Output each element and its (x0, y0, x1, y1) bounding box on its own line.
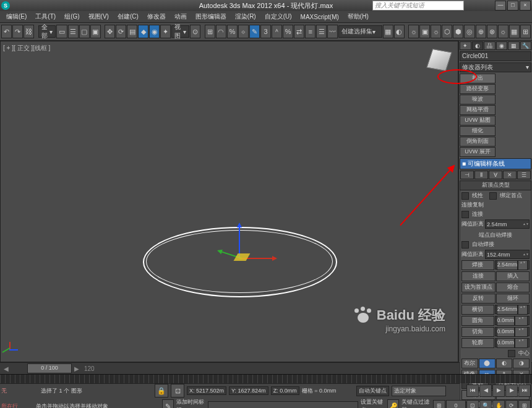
setkey-button[interactable]: 设置关键点 (361, 398, 385, 408)
mod-meshsmooth-button[interactable]: 网格平滑 (460, 105, 496, 115)
remove-mod-button[interactable]: ✕ (503, 171, 517, 179)
time-slider-knob[interactable]: 0 / 100 (27, 363, 72, 373)
schematic-button[interactable]: ▦ (383, 25, 393, 38)
addtime-label[interactable]: 添加时间标记 (176, 398, 205, 408)
next-frame-button[interactable]: ▶ (505, 385, 518, 397)
menu-rendering[interactable]: 渲染(R) (231, 12, 260, 21)
outline-spinner[interactable]: 0.0mm▲▼ (495, 338, 530, 347)
menu-animation[interactable]: 动画 (171, 12, 191, 21)
select-name-button[interactable]: ☰ (68, 25, 79, 38)
mod-bevelprofile-button[interactable]: 倒角剖面 (460, 137, 496, 147)
thresh2-spinner[interactable]: 152.4mm▲▼ (485, 250, 530, 259)
autokey-button[interactable]: 自动关键点 (356, 386, 389, 396)
edit-named-button[interactable]: ✎ (249, 25, 260, 38)
rotate-button[interactable]: ⟳ (116, 25, 126, 38)
connect-button[interactable]: 连接 (461, 271, 496, 281)
goto-start-button[interactable]: ⏮ (466, 385, 479, 397)
refcoord-button[interactable]: ◆ (138, 25, 148, 38)
y-coord[interactable]: Y: 1627.824m (229, 386, 268, 395)
linear-check[interactable] (461, 192, 469, 200)
tb-icon[interactable]: ⊞ (520, 25, 531, 38)
link-check[interactable] (461, 211, 469, 218)
mod-pathdeform-button[interactable]: 路径变形 (460, 84, 496, 94)
menu-views[interactable]: 视图(V) (85, 12, 113, 21)
minimize-button[interactable]: — (495, 1, 506, 11)
pivot-button[interactable]: ⊙ (190, 25, 200, 38)
tab-hierarchy[interactable]: 品 (484, 41, 496, 50)
center-check[interactable] (508, 350, 515, 357)
menu-grapheditors[interactable]: 图形编辑器 (192, 12, 230, 21)
tab-modify[interactable]: ◐ (472, 41, 484, 50)
manip-button[interactable]: ✦ (160, 25, 171, 38)
bool-union-icon[interactable]: ⬤ (479, 359, 496, 368)
link-button[interactable]: ⛓ (24, 25, 34, 38)
keyfilter-button[interactable]: 关键点过滤器 (401, 398, 431, 408)
tb-icon[interactable]: ⬢ (453, 25, 463, 38)
menu-tools[interactable]: 工具(T) (32, 12, 59, 21)
menu-group[interactable]: 组(G) (61, 12, 83, 21)
percent-snap-button[interactable]: % (227, 25, 238, 38)
zoom-button[interactable]: 🔍 (479, 400, 492, 408)
viewport-label[interactable]: [ + ][ 正交 ][线框 ] (3, 44, 50, 53)
angle-snap-button[interactable]: ◠ (216, 25, 226, 38)
percent-icon[interactable]: % (283, 25, 293, 38)
weld-spinner[interactable]: 2.54mm▲▼ (495, 260, 530, 270)
tab-display[interactable]: ▦ (508, 41, 520, 50)
autoweld-check[interactable] (461, 241, 469, 249)
thresh1-spinner[interactable]: 2.54mm▲▼ (485, 219, 530, 229)
crosssect-spinner[interactable]: 2.54mm▲▼ (495, 305, 530, 314)
tb-icon[interactable]: ⊕ (476, 25, 486, 38)
mod-tessellate-button[interactable]: 细化 (460, 126, 496, 136)
make-unique-button[interactable]: ∀ (489, 171, 502, 179)
undo-button[interactable]: ↶ (1, 25, 12, 38)
chamfer-button[interactable]: 切角 (461, 327, 494, 337)
script-button[interactable]: ✎ (162, 399, 174, 408)
prev-frame-button[interactable]: ◀ (479, 385, 492, 397)
tab-motion[interactable]: ◉ (496, 41, 508, 50)
viewcube[interactable] (427, 48, 452, 72)
a-icon[interactable]: ᴬ (272, 25, 282, 38)
move-button[interactable]: ✥ (105, 25, 115, 38)
select-rect-button[interactable]: ▢ (79, 25, 90, 38)
close-button[interactable]: × (520, 1, 531, 11)
goto-end-button[interactable]: ⏭ (518, 385, 531, 397)
x-coord[interactable]: X: 5217.502m (187, 386, 226, 395)
selection-filter[interactable]: 全部 ▾ (38, 25, 56, 38)
configure-button[interactable]: ☰ (517, 171, 531, 179)
tb-icon[interactable]: ◎ (464, 25, 474, 38)
maximize-button[interactable]: □ (507, 1, 518, 11)
tb-icon[interactable]: ☼ (498, 25, 508, 38)
material-button[interactable]: ◐ (394, 25, 405, 38)
menu-create[interactable]: 创建(C) (114, 12, 142, 21)
mod-uvwmap-button[interactable]: UVW 贴图 (460, 116, 496, 125)
cycle-button[interactable]: 循环 (496, 294, 530, 304)
fillet-spinner[interactable]: 0.0mm▲▼ (495, 316, 530, 325)
crosssect-button[interactable]: 横切 (461, 305, 494, 315)
iso-button[interactable]: ⊡ (171, 384, 184, 397)
viewport[interactable]: [ + ][ 正交 ][线框 ] Baidu 经验 jingyan.baidu.… (0, 41, 458, 362)
select-button[interactable]: ▭ (56, 25, 67, 38)
menu-maxscript[interactable]: MAXScript(M) (297, 14, 343, 20)
outline-button[interactable]: 轮廓 (461, 338, 494, 348)
bool-int-icon[interactable]: ◑ (513, 359, 530, 368)
makefirst-button[interactable]: 设为首顶点 (461, 283, 496, 292)
3-icon[interactable]: 3 (260, 25, 271, 38)
weld-button[interactable]: 焊接 (461, 260, 494, 270)
mirror-button[interactable]: ⇄ (294, 25, 304, 38)
current-frame[interactable]: 0 (446, 400, 466, 408)
object-name-input[interactable]: Circle001 (460, 51, 531, 61)
selected-dropdown[interactable]: 选定对象 (392, 386, 446, 396)
rollout-header[interactable]: 新顶点类型 (460, 181, 531, 190)
tb-icon[interactable]: ⬡ (442, 25, 452, 38)
tb-icon[interactable]: ▦ (509, 25, 520, 38)
menu-help[interactable]: 帮助(H) (344, 12, 372, 21)
tab-utilities[interactable]: 🔧 (520, 41, 532, 50)
timeline-track[interactable] (0, 374, 532, 383)
maximize-vp-button[interactable]: ⊞ (518, 400, 531, 408)
render-setup-button[interactable]: ☼ (408, 25, 419, 38)
mod-noise-button[interactable]: 噪波 (460, 95, 496, 104)
fillet-button[interactable]: 圆角 (461, 316, 494, 326)
menu-edit[interactable]: 编辑(E) (2, 12, 30, 21)
named-sel-dropdown[interactable]: 创建选择集 ▾ (338, 25, 382, 38)
mod-uvwunwrap-button[interactable]: UVW 展开 (460, 147, 496, 157)
